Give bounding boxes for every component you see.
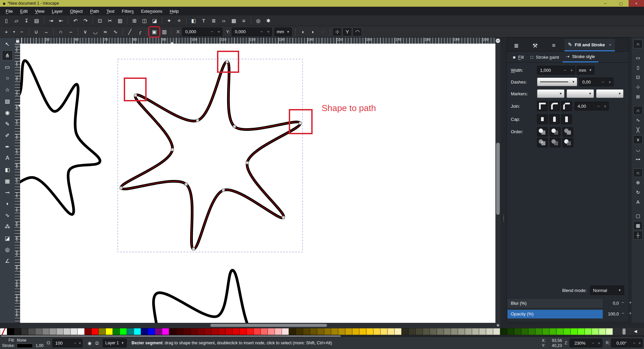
- palette-scroll-thumb[interactable]: [623, 329, 626, 335]
- blur-value[interactable]: 0,0: [603, 301, 619, 306]
- splat-shape-bottom[interactable]: [132, 270, 319, 323]
- order-markers-stroke-fill-button[interactable]: [562, 138, 573, 147]
- show-path-outline-button[interactable]: ◠: [353, 28, 362, 36]
- palette-swatch[interactable]: [225, 328, 232, 335]
- panel-resize-grip[interactable]: ⋮⋮: [501, 215, 506, 230]
- palette-swatch[interactable]: [437, 328, 444, 335]
- palette-swatch[interactable]: [500, 328, 507, 335]
- palette-swatch[interactable]: [70, 328, 77, 335]
- palette-swatch[interactable]: [169, 328, 176, 335]
- palette-swatch[interactable]: [162, 328, 169, 335]
- break-nodes-button[interactable]: ∩: [56, 28, 65, 36]
- snap-rotation-centers-button[interactable]: ↻: [633, 188, 643, 197]
- minimize-button[interactable]: ─: [598, 0, 613, 7]
- path-node-handle[interactable]: [282, 216, 285, 219]
- duplicate-button[interactable]: ⊞: [130, 16, 139, 25]
- tool-text[interactable]: A: [2, 153, 13, 163]
- palette-swatch[interactable]: [211, 328, 218, 335]
- order-fill-stroke-markers-button[interactable]: [537, 127, 548, 137]
- palette-swatch[interactable]: [204, 328, 211, 335]
- current-layer-dropdown[interactable]: Layer 1 ▼: [103, 339, 127, 347]
- increase-icon[interactable]: +: [596, 341, 602, 346]
- mid-marker-dropdown[interactable]: ▼: [567, 89, 594, 98]
- palette-swatch[interactable]: [324, 328, 331, 335]
- increase-icon[interactable]: +: [606, 80, 613, 85]
- path-node-handle[interactable]: [226, 60, 228, 63]
- palette-swatch[interactable]: [282, 328, 289, 335]
- palette-swatch[interactable]: [401, 328, 409, 335]
- palette-swatch[interactable]: [331, 328, 338, 335]
- palette-swatch[interactable]: [599, 328, 606, 335]
- snap-text-baselines-button[interactable]: A: [633, 198, 643, 206]
- palette-swatch[interactable]: [92, 328, 99, 335]
- edit-mask-button[interactable]: ◗: [308, 28, 317, 36]
- tool-node-editor[interactable]: ⋔: [2, 50, 13, 60]
- palette-swatch[interactable]: [564, 328, 571, 335]
- path-node-handle[interactable]: [134, 94, 137, 97]
- decrease-icon[interactable]: −: [632, 341, 637, 346]
- snap-nodes-button[interactable]: ∩: [633, 106, 643, 115]
- tool-ellipse[interactable]: ○: [2, 73, 13, 83]
- tab-close-icon[interactable]: ×: [609, 42, 611, 47]
- increase-icon[interactable]: +: [265, 29, 272, 34]
- palette-swatch[interactable]: [416, 328, 423, 335]
- splat-shape-selected[interactable]: [121, 62, 300, 249]
- bevel-join-button[interactable]: [561, 101, 572, 111]
- tool-eraser[interactable]: ◪: [2, 233, 13, 243]
- make-node-auto-smooth-button[interactable]: ∿: [111, 28, 120, 36]
- order-fill-markers-stroke-button[interactable]: [537, 138, 548, 147]
- palette-swatch[interactable]: [352, 328, 359, 335]
- export-button[interactable]: ⇤: [56, 16, 66, 25]
- tool-pencil[interactable]: ✎: [2, 119, 13, 129]
- palette-swatch[interactable]: [451, 328, 458, 335]
- tool-selector[interactable]: ↖: [2, 39, 13, 49]
- palette-swatch[interactable]: [247, 328, 254, 335]
- align-dialog-tab[interactable]: ≡: [544, 40, 563, 51]
- palette-swatch[interactable]: [268, 328, 275, 335]
- palette-swatch[interactable]: [289, 328, 296, 335]
- layer-visibility-icon[interactable]: ◉: [86, 339, 93, 347]
- delete-node-button[interactable]: −: [17, 28, 26, 36]
- palette-swatch[interactable]: [134, 328, 141, 335]
- palette-swatch[interactable]: [106, 328, 113, 335]
- units-dropdown[interactable]: mm▼: [274, 28, 292, 36]
- tool-paint-bucket[interactable]: ◗: [2, 199, 13, 209]
- palette-swatch[interactable]: [120, 328, 127, 335]
- decrease-icon[interactable]: −: [600, 80, 606, 85]
- group-button[interactable]: ✦: [164, 16, 174, 25]
- palette-swatch[interactable]: [359, 328, 366, 335]
- palette-swatch[interactable]: [56, 328, 63, 335]
- palette-swatch[interactable]: [232, 328, 239, 335]
- palette-swatch[interactable]: [549, 328, 556, 335]
- palette-swatch[interactable]: [261, 328, 268, 335]
- dash-offset-value[interactable]: 0,00: [580, 80, 600, 85]
- object-to-path-button[interactable]: ▣: [150, 28, 159, 36]
- palette-swatch[interactable]: [310, 328, 317, 335]
- palette-swatch[interactable]: [430, 328, 437, 335]
- menu-edit[interactable]: Edit: [16, 7, 31, 15]
- join-nodes-with-segment-button[interactable]: ⌣: [42, 28, 51, 36]
- decrease-icon[interactable]: −: [73, 341, 77, 346]
- palette-swatch[interactable]: [493, 328, 500, 335]
- palette-swatch[interactable]: [197, 328, 204, 335]
- decrease-icon[interactable]: −: [595, 104, 602, 109]
- show-bezier-handles-button[interactable]: Y: [342, 28, 352, 36]
- palette-swatch[interactable]: [303, 328, 310, 335]
- palette-swatch[interactable]: [35, 328, 42, 335]
- palette-swatch[interactable]: [99, 328, 106, 335]
- rotation-value[interactable]: 0,00°: [611, 341, 632, 346]
- palette-swatch[interactable]: [113, 328, 120, 335]
- snap-grids-button[interactable]: ▦: [633, 221, 643, 230]
- palette-swatch[interactable]: [239, 328, 247, 335]
- node-x-field-input[interactable]: 0,000−+: [182, 28, 222, 36]
- new-document-button[interactable]: ▯: [2, 16, 11, 25]
- menu-extensions[interactable]: Extensions: [137, 7, 166, 15]
- palette-swatch[interactable]: [42, 328, 49, 335]
- vertical-ruler[interactable]: 2 02 53 03 54 04 55 05 56 06 57 07 58 08…: [15, 44, 20, 323]
- butt-cap-button[interactable]: [537, 114, 548, 124]
- square-cap-button[interactable]: [561, 114, 572, 124]
- palette-swatch[interactable]: [176, 328, 183, 335]
- blend-mode-dropdown[interactable]: Normal ▼: [590, 286, 624, 295]
- palette-swatch[interactable]: [394, 328, 401, 335]
- decrease-icon[interactable]: −: [561, 68, 568, 73]
